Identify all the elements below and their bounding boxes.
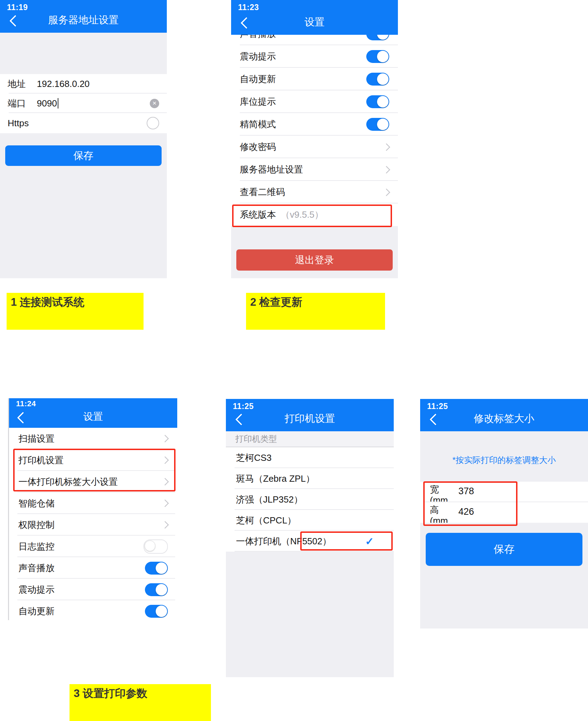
row-label: 一体打印机标签大小设置 xyxy=(18,476,118,488)
chevron-right-icon xyxy=(161,499,169,507)
printer-option-nf5502-selected[interactable]: 一体打印机（NF5502） ✓ xyxy=(226,531,394,552)
location-hint-toggle[interactable] xyxy=(366,95,389,108)
step2-label: 2 检查更新 xyxy=(246,293,385,330)
link-row-change-password[interactable]: 修改密码 xyxy=(231,136,398,158)
header-settings: 11:24 设置 xyxy=(9,398,177,428)
sound-toggle[interactable] xyxy=(366,35,389,40)
lite-mode-toggle[interactable] xyxy=(366,118,389,131)
printer-option-jlp352[interactable]: 济强（JLP352） xyxy=(226,489,394,510)
row-label: 库位提示 xyxy=(240,96,276,108)
chevron-right-icon xyxy=(161,521,169,529)
status-time: 11:19 xyxy=(7,3,28,12)
row-label: 自动更新 xyxy=(18,605,55,617)
row-label: 修改密码 xyxy=(240,141,276,153)
toggle-row-lite-mode[interactable]: 精简模式 xyxy=(231,113,398,136)
option-label: 斑马（Zebra ZPL） xyxy=(236,473,315,485)
status-time: 11:23 xyxy=(238,3,259,12)
chevron-right-icon xyxy=(383,143,391,151)
link-row-printer-settings[interactable]: 打印机设置 xyxy=(9,449,177,471)
text-cursor xyxy=(58,98,58,109)
toggle-row-log-monitor[interactable]: 日志监控 xyxy=(9,536,177,557)
option-label: 芝柯CS3 xyxy=(236,452,272,464)
port-field[interactable]: 9090 xyxy=(37,98,57,109)
autoupdate-toggle[interactable] xyxy=(366,73,389,86)
screen-server-address-settings: 11:19 服务器地址设置 地址 192.168.0.20 端口 9090 ✕ … xyxy=(0,0,167,278)
toggle-row-sound[interactable]: 声音播放 xyxy=(9,557,177,579)
step1-label: 1 连接测试系统 xyxy=(7,293,144,330)
version-label: 系统版本 xyxy=(240,209,276,221)
clear-icon[interactable]: ✕ xyxy=(150,99,159,108)
sound-toggle[interactable] xyxy=(145,562,168,575)
height-unit: (mm xyxy=(430,515,448,523)
version-value: （v9.5.5） xyxy=(281,209,324,221)
https-label: Https xyxy=(8,118,29,129)
width-row: 宽 (mm 378 xyxy=(420,482,588,502)
printer-option-zicox-cs3[interactable]: 芝柯CS3 xyxy=(226,447,394,468)
page-title: 打印机设置 xyxy=(226,412,394,426)
height-label: 高 (mm xyxy=(430,502,458,523)
status-time: 11:25 xyxy=(427,402,448,411)
link-row-scan-settings[interactable]: 扫描设置 xyxy=(9,428,177,449)
tutorial-page: 11:19 服务器地址设置 地址 192.168.0.20 端口 9090 ✕ … xyxy=(0,0,588,721)
clipped-row-wrap: 声音播放 xyxy=(231,35,398,45)
header-settings: 11:23 设置 xyxy=(231,0,398,35)
screen-settings-scrolled: 11:23 设置 声音播放 震动提示 自动更新 xyxy=(231,0,398,278)
save-button[interactable]: 保存 xyxy=(426,533,582,566)
option-label: 济强（JLP352） xyxy=(236,494,303,506)
chevron-right-icon xyxy=(383,166,391,174)
link-row-permission-control[interactable]: 权限控制 xyxy=(9,514,177,536)
header-server-settings: 11:19 服务器地址设置 xyxy=(0,0,167,33)
row-label: 震动提示 xyxy=(240,50,276,63)
toggle-row-location-hint[interactable]: 库位提示 xyxy=(231,90,398,113)
option-label: 一体打印机（NF5502） xyxy=(236,535,332,547)
screen-label-size: 11:25 修改标签大小 *按实际打印的标签调整大小 宽 (mm 378 高 (… xyxy=(420,399,588,628)
page-title: 设置 xyxy=(231,15,398,29)
height-field[interactable]: 426 xyxy=(458,502,474,523)
chevron-right-icon xyxy=(161,456,169,464)
row-label: 自动更新 xyxy=(240,73,276,85)
screen-printer-settings: 11:25 打印机设置 打印机类型 芝柯CS3 斑马（Zebra ZPL） 济强… xyxy=(226,399,394,677)
autoupdate-toggle[interactable] xyxy=(145,605,168,618)
log-monitor-toggle[interactable] xyxy=(144,539,168,554)
option-label: 芝柯（CPCL） xyxy=(236,514,296,527)
save-button[interactable]: 保存 xyxy=(5,145,162,166)
vibrate-toggle[interactable] xyxy=(366,50,389,63)
port-row: 端口 9090 ✕ xyxy=(0,94,167,113)
toggle-row-autoupdate[interactable]: 自动更新 xyxy=(231,68,398,90)
chevron-right-icon xyxy=(161,435,169,443)
header-printer-settings: 11:25 打印机设置 xyxy=(226,399,394,431)
screen-settings-top: 11:24 设置 扫描设置 打印机设置 一体打印机标签大小设置 智能仓储 权 xyxy=(8,398,177,620)
https-radio[interactable] xyxy=(147,117,159,129)
status-time: 11:25 xyxy=(233,402,254,411)
height-row: 高 (mm 426 xyxy=(420,502,588,523)
toggle-row-sound[interactable]: 声音播放 xyxy=(231,35,398,45)
chevron-right-icon xyxy=(161,478,169,486)
width-field[interactable]: 378 xyxy=(458,482,474,502)
page-title: 设置 xyxy=(9,410,177,423)
toggle-row-vibrate[interactable]: 震动提示 xyxy=(9,579,177,600)
row-label: 扫描设置 xyxy=(18,433,55,445)
row-label: 声音播放 xyxy=(240,35,276,40)
link-row-smart-warehouse[interactable]: 智能仓储 xyxy=(9,492,177,514)
status-time: 11:24 xyxy=(16,399,36,408)
link-row-qrcode[interactable]: 查看二维码 xyxy=(231,181,398,203)
address-field[interactable]: 192.168.0.20 xyxy=(37,79,90,89)
row-label: 服务器地址设置 xyxy=(240,163,303,176)
vibrate-toggle[interactable] xyxy=(145,583,168,596)
row-label: 日志监控 xyxy=(18,540,55,553)
size-hint-text: *按实际打印的标签调整大小 xyxy=(420,455,588,466)
link-row-server-address[interactable]: 服务器地址设置 xyxy=(231,158,398,181)
row-label: 震动提示 xyxy=(18,584,55,596)
page-title: 服务器地址设置 xyxy=(0,13,167,27)
link-row-label-size-settings[interactable]: 一体打印机标签大小设置 xyxy=(9,471,177,492)
printer-option-zicox-cpcl[interactable]: 芝柯（CPCL） xyxy=(226,510,394,531)
logout-button[interactable]: 退出登录 xyxy=(236,249,393,271)
printer-option-zebra-zpl[interactable]: 斑马（Zebra ZPL） xyxy=(226,468,394,489)
toggle-row-autoupdate[interactable]: 自动更新 xyxy=(9,600,177,620)
version-row: 系统版本 （v9.5.5） xyxy=(231,203,398,226)
step3-label: 3 设置打印参数 xyxy=(70,684,211,721)
header-label-size: 11:25 修改标签大小 xyxy=(420,399,588,431)
toggle-row-vibrate[interactable]: 震动提示 xyxy=(231,45,398,68)
check-icon: ✓ xyxy=(365,535,374,547)
width-label: 宽 (mm xyxy=(430,482,458,502)
